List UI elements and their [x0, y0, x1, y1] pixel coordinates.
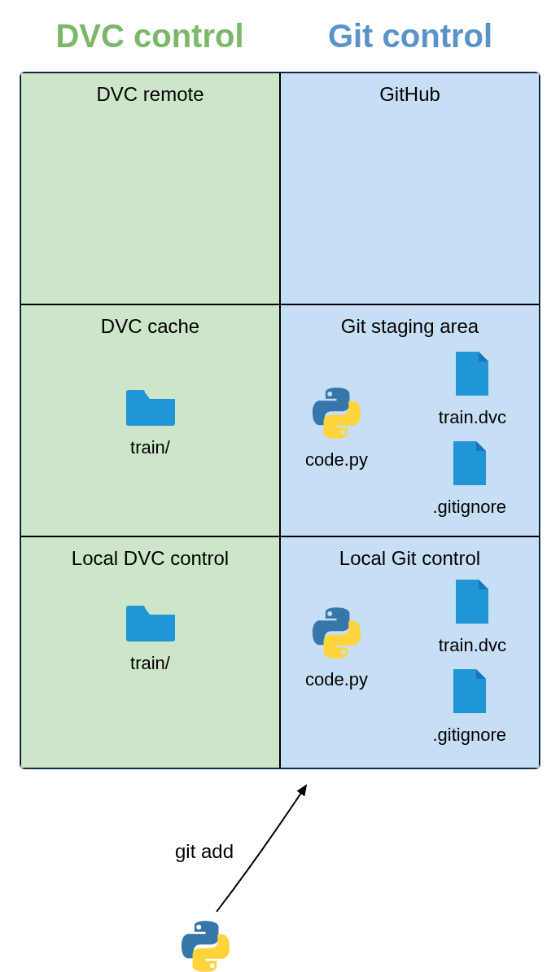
file-train-dvc-local: train.dvc: [439, 578, 506, 656]
train-dvc-label-staging: train.dvc: [439, 407, 506, 428]
cell-title-github: GitHub: [291, 83, 529, 106]
git-add-label: git add: [175, 840, 234, 863]
header-row: DVC control Git control: [20, 0, 540, 72]
file-icon: [453, 578, 492, 625]
python-group-staging: code.py: [305, 387, 368, 471]
gitignore-label-staging: .gitignore: [432, 497, 506, 518]
cell-title-dvc-cache: DVC cache: [31, 315, 269, 338]
cell-dvc-remote: DVC remote: [20, 72, 280, 304]
cell-git-staging: Git staging area code.py train.dvc .giti…: [280, 304, 540, 536]
cell-title-local-dvc: Local DVC control: [31, 547, 269, 570]
cell-dvc-cache: DVC cache train/: [20, 304, 280, 536]
folder-label-local: train/: [122, 653, 179, 674]
python-icon: [179, 920, 232, 972]
python-icon: [310, 606, 363, 659]
dvc-header: DVC control: [20, 0, 280, 72]
cell-title-dvc-remote: DVC remote: [31, 83, 269, 106]
cell-github: GitHub: [280, 72, 540, 304]
file-train-dvc-staging: train.dvc: [439, 350, 506, 428]
file-gitignore-local: .gitignore: [432, 668, 506, 746]
folder-group-local: train/: [122, 598, 179, 674]
git-header: Git control: [280, 0, 540, 72]
train-dvc-label-local: train.dvc: [439, 635, 506, 656]
code-py-label-local: code.py: [305, 669, 368, 690]
folder-label-cache: train/: [122, 437, 179, 458]
python-group-local: code.py: [305, 606, 368, 690]
folder-group-cache: train/: [122, 383, 179, 458]
file-icon: [450, 668, 489, 715]
diagram-grid: DVC remote GitHub DVC cache train/ Git s…: [20, 72, 540, 769]
python-bottom: [179, 920, 232, 972]
gitignore-label-local: .gitignore: [432, 725, 506, 746]
file-icon: [450, 440, 489, 487]
folder-icon: [122, 598, 179, 643]
file-icon: [453, 350, 492, 397]
dvc-header-text: DVC control: [55, 18, 243, 54]
folder-icon: [122, 383, 179, 427]
cell-title-git-staging: Git staging area: [291, 315, 529, 338]
cell-title-local-git: Local Git control: [291, 547, 529, 570]
cell-local-git: Local Git control code.py train.dvc .git…: [280, 536, 540, 768]
python-icon: [310, 387, 363, 440]
git-header-text: Git control: [328, 18, 492, 54]
file-gitignore-staging: .gitignore: [432, 440, 506, 518]
cell-local-dvc: Local DVC control train/: [20, 536, 280, 768]
code-py-label-staging: code.py: [305, 449, 368, 471]
